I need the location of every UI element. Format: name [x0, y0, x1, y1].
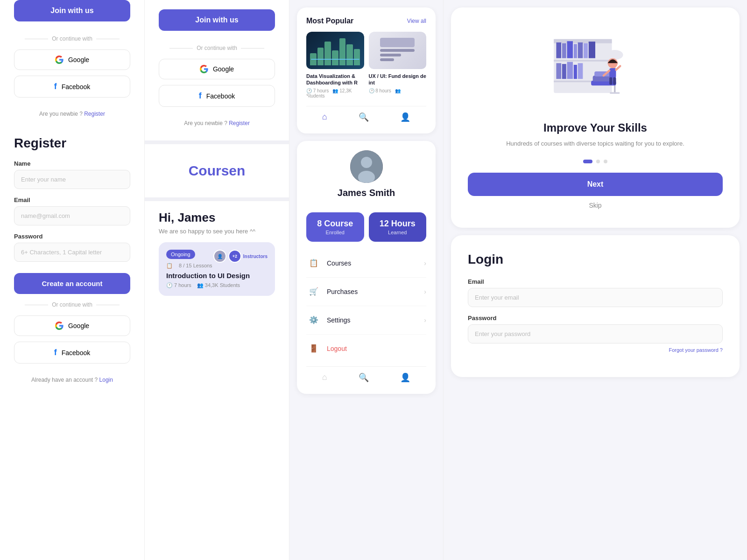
skip-link[interactable]: Skip: [589, 202, 601, 209]
login-email-input[interactable]: [468, 288, 723, 307]
svg-rect-30: [613, 77, 616, 85]
profile-nav-icon[interactable]: 👤: [400, 112, 410, 122]
svg-rect-13: [589, 42, 595, 58]
dot-3: [604, 160, 607, 163]
name-label: Name: [14, 160, 130, 167]
purchases-menu-label: Purchases: [327, 288, 424, 295]
course-lessons-meta: 📋 8 / 15 Lessons: [166, 263, 268, 269]
google-icon-mid: [200, 65, 208, 73]
name-form-group: Name: [14, 160, 130, 189]
search-nav-icon[interactable]: 🔍: [359, 112, 369, 122]
password-input[interactable]: [14, 243, 130, 262]
search-nav-icon-profile[interactable]: 🔍: [359, 372, 369, 383]
profile-name: James Smith: [338, 188, 395, 198]
login-password-input[interactable]: [468, 324, 723, 343]
settings-menu-item[interactable]: ⚙️ Settings ›: [306, 306, 426, 335]
register-title: Register: [14, 136, 130, 151]
profile-screen: James Smith 8 Course Enrolled 12 Hours L…: [297, 141, 436, 394]
home-nav-icon-profile[interactable]: ⌂: [322, 372, 327, 383]
hours-sub-label: Learned: [375, 230, 420, 235]
home-nav-icon[interactable]: ⌂: [322, 112, 327, 122]
course-thumb-1: [306, 32, 364, 69]
svg-rect-8: [562, 43, 566, 58]
profile-nav-icon-profile[interactable]: 👤: [400, 372, 410, 383]
mini-course-meta-1: 🕐 7 hours 👥 12,3K Students: [306, 88, 364, 98]
purchases-menu-item[interactable]: 🛒 Purchases ›: [306, 278, 426, 306]
most-popular-header: Most Popular View all: [306, 17, 426, 25]
join-with-us-button-top[interactable]: Join with us: [14, 0, 130, 21]
email-form-group: Email: [14, 196, 130, 225]
svg-rect-16: [567, 62, 573, 79]
illustration-svg: [549, 31, 642, 105]
svg-rect-10: [574, 44, 577, 58]
login-link[interactable]: Login: [99, 377, 113, 383]
join-top-section: Join with us Or continue with Google f F…: [145, 0, 289, 144]
courses-chevron-icon: ›: [424, 259, 426, 267]
mini-course-card-2: UX / UI: Fund design de int 🕐 8 hours 👥: [369, 32, 427, 98]
hi-james-subtitle: We are so happy to see you here ^^: [159, 228, 275, 235]
email-input[interactable]: [14, 206, 130, 225]
forgot-password-link[interactable]: Forgot your password ?: [468, 347, 723, 353]
most-popular-screen: Most Popular View all Data: [297, 7, 436, 133]
chart-line: [311, 59, 359, 60]
courses-menu-label: Courses: [327, 259, 424, 267]
courses-menu-item[interactable]: 📋 Courses ›: [306, 249, 426, 278]
svg-rect-9: [567, 41, 573, 58]
register-link[interactable]: Register: [84, 111, 105, 117]
create-account-button[interactable]: Create an account: [14, 273, 130, 294]
dot-1: [583, 160, 592, 163]
onboarding-illustration: [544, 26, 647, 110]
login-title: Login: [468, 252, 723, 267]
google-signin-button-top[interactable]: Google: [14, 49, 130, 70]
logout-menu-item[interactable]: 🚪 Logout: [306, 335, 426, 363]
wireframe-visual: [377, 35, 417, 66]
courses-enrolled-number: 8 Course: [313, 219, 358, 229]
facebook-label-top: Facebook: [62, 83, 90, 91]
courses-menu-icon: 📋: [306, 256, 321, 271]
google-icon: [55, 56, 63, 64]
view-all-link[interactable]: View all: [407, 18, 426, 24]
password-label: Password: [14, 233, 130, 240]
onboarding-dots: [583, 160, 607, 163]
course-students: 👥 34,3K Students: [197, 282, 240, 288]
name-input[interactable]: [14, 170, 130, 189]
hi-james-section: Hi, James We are so happy to see you her…: [145, 197, 289, 305]
next-button[interactable]: Next: [468, 173, 723, 196]
svg-point-20: [606, 50, 623, 60]
course-hours: 🕐 7 hours: [166, 282, 191, 288]
dot-2: [596, 160, 600, 163]
facebook-icon-mid: f: [199, 91, 202, 101]
courses-enrolled-label: Enrolled: [313, 230, 358, 235]
settings-menu-label: Settings: [327, 316, 424, 324]
profile-bottom-nav: ⌂ 🔍 👤: [306, 366, 426, 385]
login-password-group: Password Forgot your password ?: [468, 315, 723, 353]
mini-course-card-1: Data Visualization & Dashboarding with R…: [306, 32, 364, 98]
google-signin-mid[interactable]: Google: [159, 59, 275, 79]
hours-stat-card: 12 Hours Learned: [369, 212, 427, 242]
svg-rect-5: [554, 60, 612, 62]
coursen-logo-section: Coursen: [145, 144, 289, 197]
profile-menu: 📋 Courses › 🛒 Purchases › ⚙️ Settings › …: [306, 249, 426, 363]
stats-row: 8 Course Enrolled 12 Hours Learned: [306, 212, 426, 242]
google-label-bottom: Google: [68, 322, 89, 329]
logout-menu-icon: 🚪: [306, 341, 321, 356]
hi-james-title: Hi, James: [159, 210, 275, 225]
facebook-label-bottom: Facebook: [62, 349, 90, 357]
register-link-mid[interactable]: Register: [229, 120, 250, 126]
login-card: Login Email Password Forgot your passwor…: [451, 235, 740, 377]
login-email-group: Email: [468, 278, 723, 307]
logout-menu-label: Logout: [327, 345, 426, 352]
facebook-signin-button-top[interactable]: f Facebook: [14, 76, 130, 98]
google-signin-button-bottom[interactable]: Google: [14, 315, 130, 336]
instructor-avatar-1: 👤: [213, 250, 226, 263]
join-with-us-button[interactable]: Join with us: [159, 9, 275, 31]
onboarding-title: Improve Your Skills: [543, 121, 647, 134]
facebook-signin-button-bottom[interactable]: f Facebook: [14, 342, 130, 364]
facebook-signin-mid[interactable]: f Facebook: [159, 85, 275, 107]
onboarding-description: Hundreds of courses with diverse topics …: [506, 139, 684, 148]
svg-rect-14: [556, 63, 561, 79]
mini-course-name-2: UX / UI: Fund design de int: [369, 73, 427, 86]
login-email-label: Email: [468, 278, 723, 285]
instructor-avatar-extra: +2: [228, 250, 241, 263]
mini-course-meta-2: 🕐 8 hours 👥: [369, 88, 427, 93]
